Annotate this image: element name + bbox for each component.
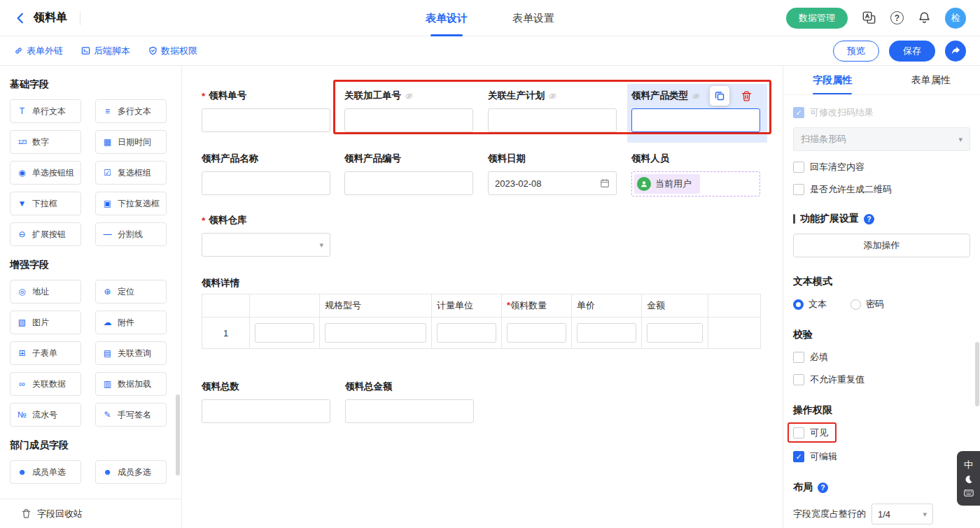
field-type-subform[interactable]: ⊞子表单 [10,341,81,365]
visible-checkbox[interactable]: 可见 [793,427,828,439]
serial-number-icon: № [16,411,28,419]
subform-cell-input[interactable] [647,323,703,343]
required-checkbox[interactable]: 必填 [793,351,970,364]
user-avatar[interactable]: 检 [945,8,966,29]
allow-qrcode-checkbox[interactable]: 是否允许生成二维码 [793,183,970,196]
field-type-radio-group[interactable]: ◉单选按钮组 [10,161,81,185]
sidebar-scrollbar[interactable] [176,394,180,476]
no-duplicate-checkbox[interactable]: 不允许重复值 [793,373,970,386]
backend-script-link[interactable]: 后端脚本 [81,45,130,57]
tab-form-settings[interactable]: 表单设置 [512,0,554,36]
product-name-input[interactable] [202,171,330,195]
field-recycle-bin[interactable]: 字段回收站 [0,499,181,528]
editable-checkbox[interactable]: ✓ 可编辑 [793,450,970,463]
field-product-code[interactable]: 领料产品编号 [344,152,473,195]
field-type-select-dropdown[interactable]: ▼下拉框 [10,192,81,215]
copy-field-button[interactable] [710,86,729,106]
tab-field-properties[interactable]: 字段属性 [783,66,882,94]
help-question-icon[interactable]: ? [818,483,828,493]
field-person[interactable]: 领料人员 当前用户 [631,152,760,197]
field-type-extend-button[interactable]: ⊖扩展按钮 [10,222,81,246]
field-type-divider[interactable]: —分割线 [95,222,167,246]
translate-icon[interactable] [862,10,876,25]
back-button[interactable] [14,12,27,24]
field-product-name-label: 领料产品名称 [202,152,330,165]
field-total-count[interactable]: 领料总数 [202,380,330,423]
preview-button[interactable]: 预览 [833,41,879,62]
field-total-amount[interactable]: 领料总金额 [345,380,474,423]
help-question-icon[interactable]: ? [864,214,874,224]
field-date[interactable]: 领料日期 2023-02-08 [488,152,617,195]
sidebar-field-grid: ☻成员单选☻成员多选 [10,460,172,484]
subform-cell-input[interactable] [437,323,496,343]
chevron-down-icon: ▾ [319,241,323,249]
field-product-name[interactable]: 领料产品名称 [202,152,330,195]
total-amount-input[interactable] [345,399,474,423]
subform-cell-input[interactable] [255,323,314,343]
subform-cell-input[interactable] [507,323,566,343]
field-type-attachment[interactable]: ☁附件 [95,311,167,334]
subform-cell-input[interactable] [577,323,636,343]
field-date-label: 领料日期 [488,152,617,165]
datetime-icon: ▦ [102,138,113,146]
share-button[interactable] [945,41,966,62]
field-type-number[interactable]: 123数字 [10,130,81,154]
field-type-serial-number[interactable]: №流水号 [10,403,81,427]
checkbox-unchecked-icon [793,374,804,385]
field-type-multi-select-dropdown[interactable]: ▣下拉复选框 [95,192,167,215]
person-default-value[interactable]: 当前用户 [631,171,760,197]
field-type-linked-query[interactable]: ▤关联查询 [95,341,167,365]
order-no-input[interactable] [202,108,330,132]
field-type-single-line-text[interactable]: T单行文本 [10,99,81,123]
field-type-image[interactable]: ▧图片 [10,311,81,334]
delete-field-button[interactable] [736,86,756,106]
form-external-link[interactable]: 表单外链 [14,45,63,57]
save-button[interactable]: 保存 [889,41,935,62]
field-type-signature[interactable]: ✎手写签名 [95,403,167,427]
product-type-input[interactable] [631,108,760,132]
field-type-checkbox-group[interactable]: ☑复选框组 [95,161,167,185]
field-type-member-single[interactable]: ☻成员单选 [10,460,81,484]
sidebar-sections: 基础字段T单行文本≡多行文本123数字▦日期时间◉单选按钮组☑复选框组▼下拉框▣… [10,78,172,484]
add-action-button[interactable]: 添加操作 [793,234,970,257]
tab-form-properties[interactable]: 表单属性 [882,66,980,94]
field-warehouse[interactable]: *领料仓库 ▾ [202,214,330,257]
field-order-no[interactable]: *领料单号 [202,90,330,132]
product-code-input[interactable] [344,171,473,195]
notification-bell-icon[interactable] [918,11,931,24]
checkbox-group-icon: ☑ [102,169,113,177]
clear-on-enter-label: 回车清空内容 [810,161,864,173]
field-type-location[interactable]: ⊕定位 [95,280,167,304]
field-production-plan[interactable]: 关联生产计划 [488,90,617,132]
subform-cell-input[interactable] [325,323,426,343]
panel-scrollbar[interactable] [975,342,979,406]
form-designer-window: 领料单 表单设计 表单设置 数据管理 ? 检 表单外链 [0,0,980,528]
field-width-select[interactable]: 1/4 ▾ [872,504,933,525]
warehouse-select[interactable]: ▾ [202,233,330,257]
share-arrow-icon [951,45,961,56]
data-permission-link[interactable]: 数据权限 [148,45,197,57]
help-icon[interactable]: ? [890,11,904,24]
data-manage-button[interactable]: 数据管理 [786,8,848,29]
field-process-no[interactable]: 关联加工单号 [344,90,473,132]
production-plan-input[interactable] [488,108,617,132]
process-no-input[interactable] [344,108,473,132]
text-mode-option-text[interactable]: 文本 [793,298,827,311]
field-type-datetime[interactable]: ▦日期时间 [95,130,167,154]
date-input[interactable]: 2023-02-08 [488,171,617,195]
password-option-label: 密码 [866,298,884,311]
attachment-icon: ☁ [102,318,113,327]
input-method-widget[interactable]: 中 [957,451,980,506]
modify-scan-result-checkbox[interactable]: ✓ 可修改扫码结果 [793,106,970,119]
total-count-input[interactable] [202,399,330,423]
field-type-linked-data[interactable]: ∞关联数据 [10,372,81,396]
text-mode-option-password[interactable]: 密码 [850,298,884,311]
clear-on-enter-checkbox[interactable]: 回车清空内容 [793,161,970,173]
subform-header-row: 规格型号计量单位*领料数量单价金额 [202,294,760,317]
field-type-multi-line-text[interactable]: ≡多行文本 [95,99,167,123]
field-type-data-load[interactable]: ▥数据加载 [95,372,167,396]
editable-checkbox-label: 可编辑 [810,450,837,463]
tab-form-design[interactable]: 表单设计 [426,0,468,36]
field-type-member-multi[interactable]: ☻成员多选 [95,460,167,484]
field-type-address[interactable]: ◎地址 [10,280,81,304]
